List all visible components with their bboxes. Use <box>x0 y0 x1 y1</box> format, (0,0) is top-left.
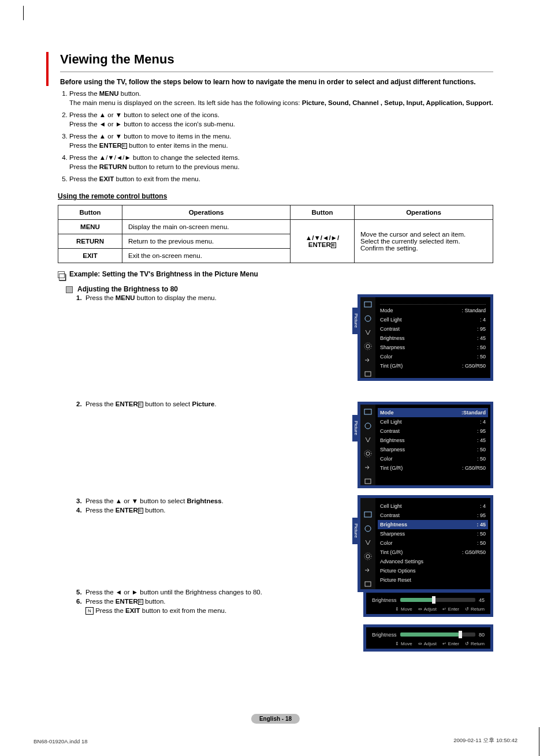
ex-step-3: 3.Press the ▲ or ▼ button to select Brig… <box>76 497 296 504</box>
return-icon: ↺ <box>465 641 469 646</box>
leftright-icon: ⇔ <box>418 641 422 646</box>
example-heading: ❏ Example: Setting the TV's Brightness i… <box>58 270 493 278</box>
osd-content: Cell Light: 4 Contrast: 95 Brightness: 4… <box>375 498 490 589</box>
sound-icon <box>364 422 372 430</box>
channel-icon <box>364 328 372 336</box>
remote-subheading: Using the remote control buttons <box>58 192 493 200</box>
osd-selected-row: Brightness: 45 <box>378 520 488 529</box>
remote-buttons-table: Button Operations Button Operations MENU… <box>58 205 493 263</box>
brightness-slider-80: Brightness 80 ⇕Move ⇔Adjust ↵Enter ↺Retu… <box>363 624 493 652</box>
slider-help: ⇕Move ⇔Adjust ↵Enter ↺Return <box>372 607 485 612</box>
picture-icon <box>364 301 372 309</box>
example-body: 1.Press the MENU button to display the m… <box>58 294 493 615</box>
step-2: Press the ▲ or ▼ button to select one of… <box>69 111 493 129</box>
bookmark-icon: ❏ <box>58 271 65 278</box>
sound-icon <box>364 315 372 323</box>
cell-return: RETURN <box>58 234 122 248</box>
svg-rect-0 <box>364 302 371 307</box>
th-ops-2: Operations <box>355 205 493 219</box>
slider-label: Brightness <box>372 632 397 638</box>
return-icon: ↺ <box>465 607 469 612</box>
text-cursor <box>539 727 539 756</box>
example-sub: Adjusting the Brightness to 80 <box>66 285 493 293</box>
input-icon <box>364 356 372 364</box>
enter-icon: ↵ <box>442 607 446 612</box>
slider-help: ⇕Move ⇔Adjust ↵Enter ↺Return <box>372 641 485 646</box>
osd-panel-3: Picture Cell Light: 4 Contrast: 95 Brigh… <box>358 495 493 592</box>
osd-tab-picture: Picture <box>352 308 360 334</box>
svg-rect-10 <box>364 512 371 517</box>
cell-menu: MENU <box>58 219 122 234</box>
th-button-1: Button <box>58 205 122 219</box>
cell-exit: EXIT <box>58 248 122 263</box>
svg-point-1 <box>365 316 371 321</box>
setup-icon <box>364 450 372 458</box>
page: Viewing the Menus Before using the TV, f… <box>0 0 551 756</box>
osd-iconcol <box>360 297 375 378</box>
svg-point-8 <box>364 450 371 457</box>
svg-point-3 <box>364 343 371 350</box>
intro-text: Before using the TV, follow the steps be… <box>60 78 493 86</box>
svg-rect-4 <box>365 372 371 376</box>
bullet-square-icon <box>66 286 73 293</box>
setup-icon <box>364 342 372 350</box>
osd-panel-2: Picture Mode:Standard Cell Light: 4 Cont… <box>358 402 493 488</box>
step-4: Press the ▲/▼/◄/► button to change the s… <box>69 154 493 171</box>
example-title: Example: Setting the TV's Brightness in … <box>69 270 258 278</box>
input-icon <box>364 463 372 471</box>
ex-step-6-note: N Press the EXIT button to exit from the… <box>76 607 296 615</box>
setup-icon <box>364 552 372 560</box>
application-icon <box>364 370 372 378</box>
ex-step-5: 5.Press the ◄ or ► button until the Brig… <box>76 589 296 596</box>
cell-menu-op: Display the main on-screen menu. <box>122 219 291 234</box>
brightness-slider-45: Brightness 45 ⇕Move ⇔Adjust ↵Enter ↺Retu… <box>363 590 493 617</box>
th-button-2: Button <box>291 205 355 219</box>
leftright-icon: ⇔ <box>418 607 422 612</box>
step-1: Press the MENU button. The main menu is … <box>69 89 493 107</box>
table-row: MENU Display the main on-screen menu. ▲/… <box>58 219 493 234</box>
osd-tab-picture: Picture <box>352 518 360 544</box>
osd-content: Mode: Standard Cell Light: 4 Contrast: 9… <box>375 297 490 378</box>
channel-icon <box>364 538 372 547</box>
cell-exit-op: Exit the on-screen menu. <box>122 248 291 263</box>
osd-content: Mode:Standard Cell Light: 4 Contrast: 95… <box>375 405 490 485</box>
slider-value: 80 <box>479 632 485 638</box>
osd-iconcol <box>360 405 375 485</box>
svg-point-11 <box>365 526 371 532</box>
slider-label: Brightness <box>372 597 397 603</box>
ex-step-2: 2.Press the ENTERE button to select Pict… <box>76 401 296 407</box>
channel-icon <box>364 436 372 444</box>
enter-icon: E <box>138 508 143 514</box>
ex-step-1: 1.Press the MENU button to display the m… <box>76 294 296 301</box>
picture-icon <box>364 511 372 519</box>
svg-rect-14 <box>365 582 371 586</box>
svg-point-7 <box>366 452 370 455</box>
application-icon <box>364 477 372 485</box>
cell-return-op: Return to the previous menu. <box>122 234 291 248</box>
heading-block: Viewing the Menus Before using the TV, f… <box>46 52 493 86</box>
enter-icon: E <box>331 242 336 248</box>
updown-icon: ⇕ <box>395 641 399 646</box>
svg-rect-5 <box>364 409 371 414</box>
application-icon <box>364 580 372 588</box>
ex-step-4: 4.Press the ENTERE button. <box>76 507 296 514</box>
osd-tab-picture: Picture <box>352 415 360 441</box>
footer-right: 2009-02-11 오후 10:50:42 <box>453 737 518 744</box>
updown-icon: ⇕ <box>395 607 399 612</box>
steps-list: Press the MENU button. The main menu is … <box>58 89 493 184</box>
svg-point-6 <box>365 423 371 429</box>
slider-thumb[interactable] <box>432 596 435 604</box>
example-steps: 1.Press the MENU button to display the m… <box>76 294 296 615</box>
svg-rect-9 <box>365 479 371 484</box>
ex-step-6: 6.Press the ENTERE button. <box>76 598 296 605</box>
input-icon <box>364 566 372 574</box>
heading-rule <box>60 72 493 72</box>
svg-point-13 <box>364 553 371 560</box>
step-3: Press the ▲ or ▼ button to move to items… <box>69 132 493 150</box>
th-ops-1: Operations <box>122 205 291 219</box>
slider-thumb[interactable] <box>459 631 462 638</box>
picture-icon <box>364 408 372 416</box>
table-header-row: Button Operations Button Operations <box>58 205 493 219</box>
footer-left: BN68-01920A.indd 18 <box>33 738 88 744</box>
page-title: Viewing the Menus <box>60 52 493 67</box>
